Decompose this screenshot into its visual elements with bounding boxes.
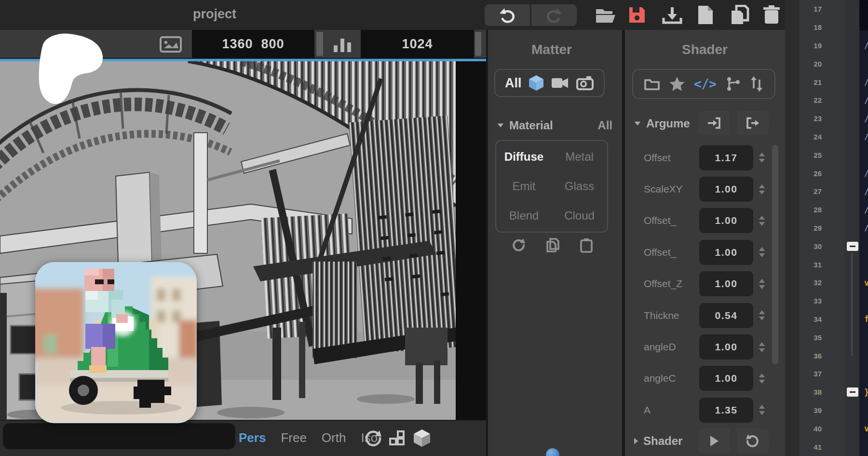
sort-arrows-icon[interactable] <box>749 76 764 92</box>
reset-shader-button[interactable] <box>737 428 769 454</box>
code-icon[interactable]: </> <box>694 77 717 91</box>
code-line: 28/ <box>785 201 868 219</box>
photo-camera-icon[interactable] <box>576 75 594 91</box>
material-cloud[interactable]: Cloud <box>564 209 595 222</box>
undo-button[interactable] <box>485 4 530 26</box>
arguments-section-header[interactable]: Argume <box>634 117 690 130</box>
view-mode-free[interactable]: Free <box>281 430 306 445</box>
collapse-triangle-icon <box>498 124 504 127</box>
material-blend[interactable]: Blend <box>509 209 539 222</box>
video-camera-icon[interactable] <box>551 76 569 90</box>
sample-count-field[interactable]: 1024 <box>361 30 474 58</box>
import-arguments-button[interactable] <box>698 111 730 135</box>
material-emit[interactable]: Emit <box>513 180 536 193</box>
save-button[interactable] <box>627 5 647 25</box>
header-divider-handle[interactable] <box>316 32 323 56</box>
node-graph-icon[interactable] <box>725 76 741 92</box>
argument-value-field[interactable]: 0.54 <box>699 303 753 328</box>
shader-tab-bar: </> <box>632 69 775 99</box>
sample-count-value: 1024 <box>402 37 433 52</box>
argument-spinner[interactable] <box>759 310 765 320</box>
material-all-button[interactable]: All <box>597 119 612 132</box>
fold-collapse-icon[interactable] <box>847 242 858 251</box>
argument-value-field[interactable]: 1.00 <box>699 177 753 202</box>
code-text: / <box>864 96 868 105</box>
spinner-up-icon[interactable] <box>759 152 765 156</box>
paste-icon[interactable] <box>580 237 593 253</box>
image-icon[interactable] <box>159 36 182 53</box>
spinner-up-icon[interactable] <box>759 279 765 283</box>
spinner-up-icon[interactable] <box>759 184 765 188</box>
spinner-down-icon[interactable] <box>759 159 765 163</box>
argument-value-field[interactable]: 1.17 <box>699 145 753 170</box>
spinner-up-icon[interactable] <box>759 247 765 251</box>
rotate-view-icon[interactable] <box>365 429 382 447</box>
spinner-down-icon[interactable] <box>759 253 765 257</box>
spinner-up-icon[interactable] <box>759 405 765 409</box>
arguments-scrollbar[interactable] <box>772 145 778 364</box>
reset-icon[interactable] <box>511 238 526 252</box>
material-diffuse[interactable]: Diffuse <box>504 150 543 164</box>
argument-spinner[interactable] <box>759 152 765 163</box>
delete-button[interactable] <box>762 5 781 25</box>
material-section-header[interactable]: Material All <box>497 119 612 132</box>
spinner-down-icon[interactable] <box>759 317 765 320</box>
export-button[interactable] <box>662 5 683 25</box>
command-input[interactable] <box>3 423 235 449</box>
argument-value-field[interactable]: 1.35 <box>699 398 753 423</box>
argument-spinner[interactable] <box>759 405 765 415</box>
spinner-up-icon[interactable] <box>759 342 765 346</box>
export-arguments-button[interactable] <box>737 111 769 135</box>
copy-icon[interactable] <box>545 237 560 253</box>
voxel-cube-icon[interactable] <box>528 74 544 92</box>
fold-marker[interactable] <box>845 387 860 397</box>
header-divider-handle-2[interactable] <box>475 32 481 56</box>
argument-spinner[interactable] <box>759 184 765 194</box>
redo-button[interactable] <box>531 4 577 26</box>
fold-collapse-icon[interactable] <box>847 387 858 397</box>
cube-view-icon[interactable] <box>413 428 431 448</box>
duplicate-button[interactable] <box>729 5 750 25</box>
argument-value-field[interactable]: 1.00 <box>699 240 753 265</box>
spinner-up-icon[interactable] <box>759 373 765 377</box>
code-line: 31 <box>785 255 868 274</box>
argument-spinner[interactable] <box>759 279 765 289</box>
spinner-down-icon[interactable] <box>759 222 765 226</box>
spinner-down-icon[interactable] <box>759 191 765 194</box>
argument-value-field[interactable]: 1.00 <box>699 334 753 359</box>
shader-section-header[interactable]: Shader <box>634 434 682 448</box>
render-thumbnail[interactable] <box>35 262 197 423</box>
argument-spinner[interactable] <box>759 216 765 226</box>
spinner-up-icon[interactable] <box>759 310 765 314</box>
fold-marker[interactable] <box>845 242 860 251</box>
grid-layout-icon[interactable] <box>389 430 405 446</box>
argument-value-field[interactable]: 1.00 <box>699 271 753 296</box>
new-file-button[interactable] <box>696 5 715 25</box>
render-size-field[interactable]: 1360 800 <box>192 30 314 58</box>
argument-spinner[interactable] <box>759 342 765 352</box>
argument-label: Thickne <box>632 310 699 321</box>
open-folder-button[interactable] <box>594 6 618 25</box>
argument-label: ScaleXY <box>632 183 699 195</box>
view-mode-pers[interactable]: Pers <box>239 430 266 445</box>
spinner-up-icon[interactable] <box>759 216 765 220</box>
argument-value-field[interactable]: 1.00 <box>699 366 753 391</box>
material-metal[interactable]: Metal <box>565 150 594 164</box>
spinner-down-icon[interactable] <box>759 348 765 352</box>
code-scrollbar-thumb[interactable] <box>859 0 868 31</box>
spinner-down-icon[interactable] <box>759 411 765 415</box>
spinner-down-icon[interactable] <box>759 285 765 289</box>
filter-all-button[interactable]: All <box>505 76 522 91</box>
line-number: 30 <box>806 242 822 250</box>
spinner-down-icon[interactable] <box>759 380 765 384</box>
argument-spinner[interactable] <box>759 247 765 257</box>
page-title: project <box>193 7 236 22</box>
folder-icon[interactable] <box>644 77 660 91</box>
argument-spinner[interactable] <box>759 373 765 384</box>
view-mode-orth[interactable]: Orth <box>322 430 346 445</box>
star-icon[interactable] <box>669 76 685 92</box>
material-glass[interactable]: Glass <box>565 180 594 193</box>
run-shader-button[interactable] <box>698 428 730 454</box>
bar-chart-icon[interactable] <box>332 37 353 52</box>
argument-value-field[interactable]: 1.00 <box>699 208 753 233</box>
